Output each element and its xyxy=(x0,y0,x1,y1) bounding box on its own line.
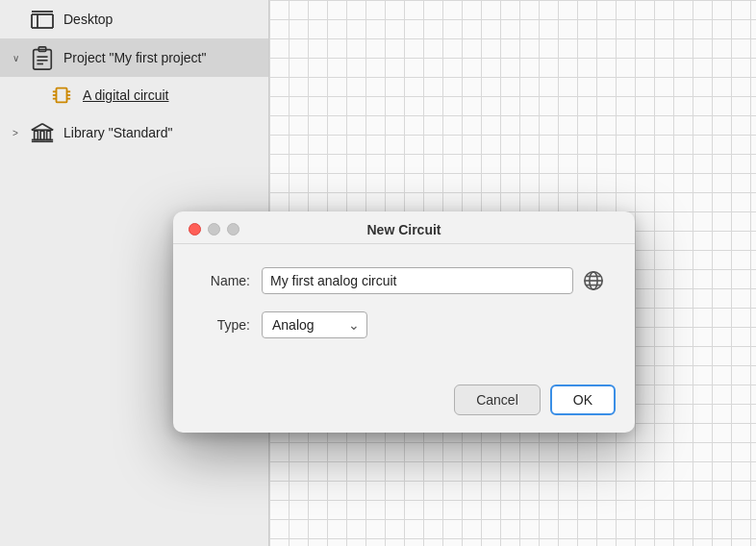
dialog-titlebar: New Circuit xyxy=(173,211,635,244)
sidebar-item-digital-circuit[interactable]: A digital circuit xyxy=(0,77,268,113)
sidebar-item-project[interactable]: ∨ Project "My first project" xyxy=(0,38,268,77)
svg-line-18 xyxy=(32,124,42,131)
dialog-body: Name: Type: Digital xyxy=(173,244,635,375)
globe-icon xyxy=(581,268,606,293)
new-circuit-dialog: New Circuit Name: Type: xyxy=(173,211,635,433)
digital-circuit-label: A digital circuit xyxy=(83,87,168,103)
svg-rect-6 xyxy=(34,50,52,69)
dialog-footer: Cancel OK xyxy=(173,375,635,433)
type-select[interactable]: Digital Analog Mixed xyxy=(262,311,367,338)
svg-line-19 xyxy=(42,124,53,131)
project-chevron: ∨ xyxy=(10,53,21,63)
minimize-button[interactable] xyxy=(208,223,220,236)
project-icon xyxy=(29,44,56,71)
sidebar-item-desktop[interactable]: Desktop xyxy=(0,0,268,38)
sidebar-item-library[interactable]: > Library "Standard" xyxy=(0,113,268,152)
svg-rect-21 xyxy=(35,131,38,139)
name-input[interactable] xyxy=(262,267,573,294)
svg-rect-11 xyxy=(57,88,67,103)
library-icon xyxy=(29,119,56,146)
svg-rect-22 xyxy=(40,131,44,139)
library-label: Library "Standard" xyxy=(63,125,172,140)
type-label: Type: xyxy=(202,317,250,333)
ok-button[interactable]: OK xyxy=(550,385,616,415)
library-chevron: > xyxy=(10,128,21,138)
cancel-button[interactable]: Cancel xyxy=(454,385,541,415)
name-input-wrapper xyxy=(262,267,606,294)
desktop-label: Desktop xyxy=(63,12,113,27)
dialog-title: New Circuit xyxy=(366,222,441,237)
name-row: Name: xyxy=(202,267,606,294)
traffic-lights xyxy=(189,223,239,236)
svg-rect-23 xyxy=(47,131,51,139)
type-select-wrapper: Digital Analog Mixed xyxy=(262,311,367,338)
close-button[interactable] xyxy=(189,223,201,236)
circuit-icon xyxy=(48,82,75,109)
name-label: Name: xyxy=(202,273,250,288)
type-row: Type: Digital Analog Mixed xyxy=(202,311,606,338)
desktop-icon xyxy=(29,6,56,33)
project-label: Project "My first project" xyxy=(63,50,206,65)
maximize-button[interactable] xyxy=(227,223,239,236)
